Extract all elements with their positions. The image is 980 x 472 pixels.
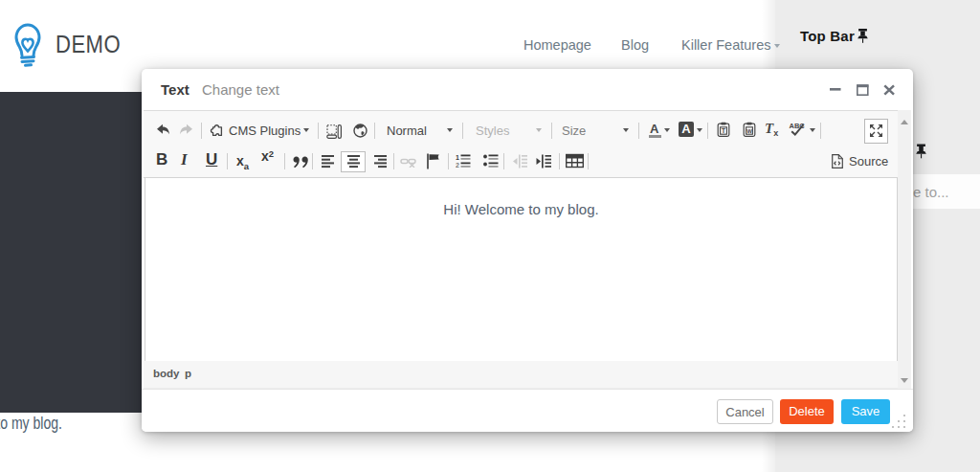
svg-text:W: W [746,128,752,134]
svg-text:1: 1 [456,154,459,161]
svg-text:2: 2 [456,162,459,169]
svg-text:T: T [722,127,725,134]
